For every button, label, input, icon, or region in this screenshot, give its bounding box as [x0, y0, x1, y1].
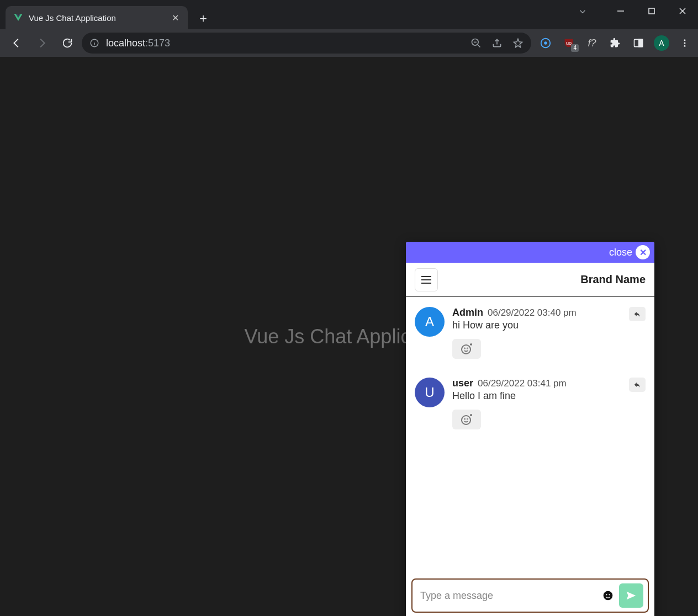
window-maximize-icon[interactable]	[636, 0, 667, 22]
message-text: Hello I am fine	[452, 390, 646, 402]
svg-point-33	[606, 594, 607, 595]
share-icon[interactable]	[491, 38, 503, 49]
message-sender: Admin	[452, 307, 483, 318]
svg-point-34	[609, 594, 610, 595]
browser-toolbar: localhost:5173 uo 4 f?	[0, 29, 698, 57]
side-panel-icon[interactable]	[631, 35, 646, 51]
chat-header: Brand Name	[406, 263, 654, 297]
back-button[interactable]	[6, 32, 28, 54]
chat-brand-name: Brand Name	[580, 273, 646, 286]
profile-avatar[interactable]: A	[654, 35, 669, 51]
tab-search-icon[interactable]	[578, 7, 588, 17]
svg-point-27	[462, 416, 470, 424]
window-close-icon[interactable]	[667, 0, 698, 22]
reply-button[interactable]	[629, 378, 646, 392]
window-controls	[605, 0, 698, 22]
message-sender: user	[452, 378, 473, 389]
extensions-puzzle-icon[interactable]	[607, 35, 623, 51]
svg-point-32	[604, 591, 613, 601]
chat-message: A Admin 06/29/2022 03:40 pm hi How are y…	[415, 307, 646, 359]
reply-button[interactable]	[629, 307, 646, 321]
svg-point-18	[684, 45, 686, 47]
svg-line-8	[478, 45, 480, 47]
chat-widget: close ✕ Brand Name A Admin 06/29/2022 03…	[406, 242, 654, 616]
chat-input-row	[406, 578, 654, 616]
extensions-area: uo 4 f? A	[535, 35, 692, 51]
vue-logo-icon	[13, 13, 23, 23]
extension-icon-1[interactable]	[538, 35, 553, 51]
chat-message: U user 06/29/2022 03:41 pm Hello I am fi…	[415, 378, 646, 429]
message-avatar: A	[415, 307, 445, 337]
message-timestamp: 06/29/2022 03:40 pm	[488, 307, 577, 318]
extension-icon-f[interactable]: f?	[584, 35, 600, 51]
forward-button[interactable]	[31, 32, 53, 54]
svg-point-24	[467, 348, 468, 349]
ublock-badge: 4	[571, 44, 579, 52]
browser-titlebar: Vue Js Chat Application ✕ ＋	[0, 0, 698, 29]
window-minimize-icon[interactable]	[605, 0, 636, 22]
svg-rect-15	[639, 39, 643, 46]
send-button[interactable]	[619, 583, 643, 608]
chat-menu-button[interactable]	[415, 268, 438, 291]
address-bar[interactable]: localhost:5173	[82, 33, 531, 54]
svg-point-16	[684, 39, 686, 41]
svg-point-29	[467, 419, 468, 419]
emoji-button[interactable]	[602, 590, 614, 601]
reload-button[interactable]	[56, 32, 78, 54]
page-content: Vue Js Chat Application close ✕ Brand Na…	[0, 57, 698, 616]
chat-messages: A Admin 06/29/2022 03:40 pm hi How are y…	[406, 297, 654, 578]
tab-close-icon[interactable]: ✕	[170, 13, 180, 23]
url-text: localhost:5173	[106, 38, 170, 49]
add-reaction-button[interactable]	[452, 339, 481, 359]
svg-point-28	[464, 419, 465, 419]
message-timestamp: 06/29/2022 03:41 pm	[478, 378, 567, 389]
zoom-out-icon[interactable]	[470, 38, 482, 49]
chat-message-input[interactable]	[420, 590, 597, 602]
bookmark-icon[interactable]	[512, 38, 524, 49]
message-text: hi How are you	[452, 320, 646, 331]
svg-point-12	[544, 41, 547, 45]
chat-input-box	[411, 578, 649, 613]
ublock-icon[interactable]: uo 4	[561, 35, 577, 51]
add-reaction-button[interactable]	[452, 410, 481, 429]
message-avatar: U	[415, 378, 445, 407]
browser-tab[interactable]: Vue Js Chat Application ✕	[6, 6, 188, 29]
chat-close-label[interactable]: close	[609, 247, 632, 258]
chat-topbar: close ✕	[406, 242, 654, 263]
chat-close-icon[interactable]: ✕	[636, 245, 650, 259]
tab-title: Vue Js Chat Application	[29, 13, 165, 23]
svg-point-23	[464, 348, 465, 349]
browser-menu-icon[interactable]	[677, 35, 692, 51]
svg-rect-1	[649, 8, 654, 14]
svg-point-17	[684, 43, 686, 44]
svg-point-22	[462, 345, 470, 354]
new-tab-button[interactable]: ＋	[194, 9, 212, 27]
site-info-icon[interactable]	[89, 38, 99, 48]
